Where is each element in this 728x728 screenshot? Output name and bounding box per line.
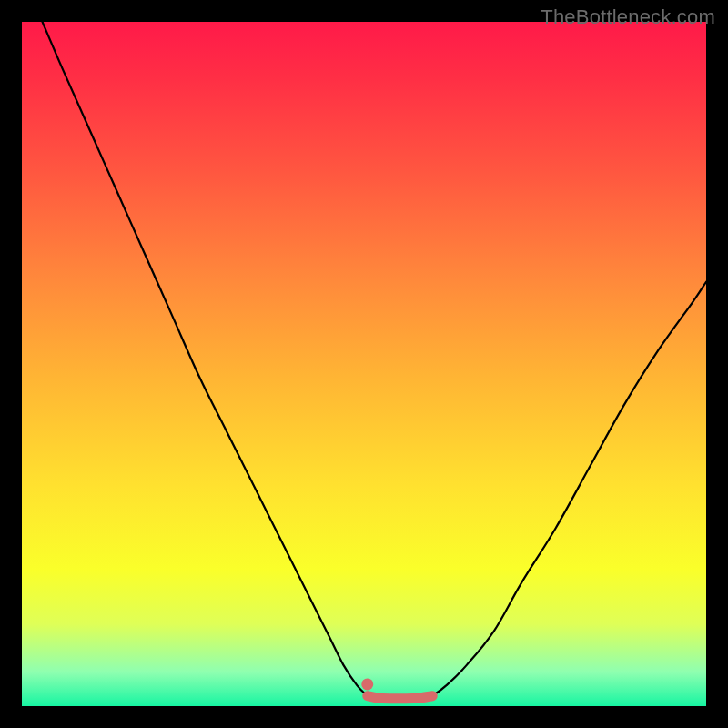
flat-bottom-segment: [368, 696, 432, 699]
curve-right: [432, 282, 706, 696]
curve-left: [43, 22, 368, 696]
chart-frame: [22, 22, 706, 706]
watermark-text: TheBottleneck.com: [541, 5, 715, 29]
marker-dot: [361, 678, 373, 690]
bottleneck-chart: [22, 22, 706, 706]
